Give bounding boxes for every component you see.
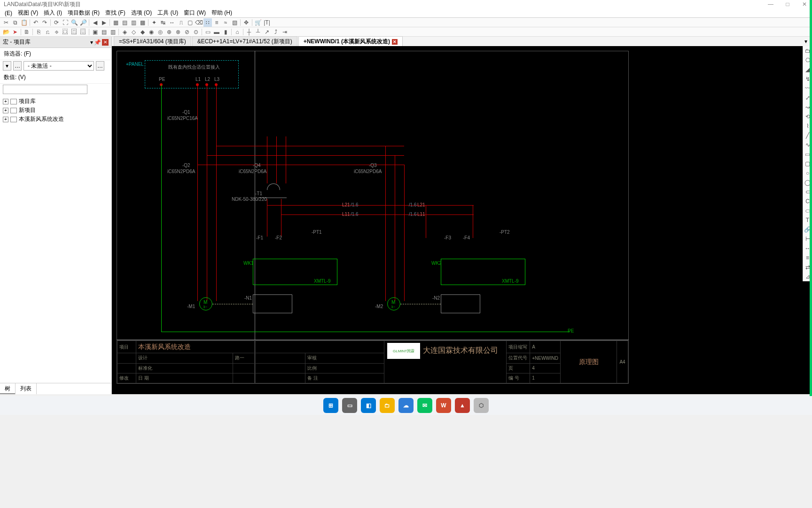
taskbar-explorer[interactable]: 🗀 (380, 398, 395, 413)
tb2-o-icon[interactable]: ◎ (156, 28, 164, 36)
tb-dim-icon[interactable]: ↔ (168, 18, 176, 27)
tb-text-icon[interactable]: |T| (263, 18, 271, 27)
tb-line-icon[interactable]: ≡ (212, 18, 221, 27)
menu-find[interactable]: 查找 (F) (102, 8, 128, 18)
taskbar-wechat[interactable]: ✉ (417, 398, 432, 413)
tb-snap-icon[interactable]: ✦ (150, 18, 158, 27)
menu-options[interactable]: 选项 (O) (128, 8, 155, 18)
taskbar-app-1[interactable]: ◧ (361, 398, 376, 413)
tb2-u-icon[interactable]: ▬ (212, 28, 221, 36)
tb2-p-icon[interactable]: ⊕ (165, 28, 173, 36)
tb2-v-icon[interactable]: ▮ (221, 28, 230, 36)
tb2-i-icon[interactable]: ▤ (100, 28, 108, 36)
tb2-w-icon[interactable]: ⌂ (233, 28, 242, 36)
tb-copy-icon[interactable]: ⧉ (11, 18, 19, 27)
doctab-close-icon[interactable]: ✕ (392, 39, 398, 45)
window-minimize[interactable]: — (767, 1, 774, 8)
doctab-dropdown-icon[interactable]: ▾ (802, 38, 810, 45)
tb2-f-icon[interactable]: ⿵ (70, 28, 78, 36)
doctab-3[interactable]: +NEWWIND/1 (本溪新风系统改造) ✕ (298, 36, 403, 47)
tb-undo-icon[interactable]: ↶ (31, 18, 40, 27)
taskbar-wps[interactable]: W (436, 398, 451, 413)
expand-icon[interactable]: + (3, 99, 8, 104)
menu-projectdata[interactable]: 项目数据 (R) (65, 8, 102, 18)
menu-window[interactable]: 窗口 (W) (181, 8, 209, 18)
filter-prev-button[interactable]: ▾ (3, 61, 11, 71)
tb-more-icon[interactable]: ▧ (230, 18, 239, 27)
tb2-h-icon[interactable]: ▣ (91, 28, 99, 36)
sidebar-dropdown-icon[interactable]: ▾ (90, 39, 93, 46)
sidebar-tab-list[interactable]: 列表 (16, 383, 37, 394)
tb-cart-icon[interactable]: 🛒 (254, 18, 262, 27)
tree-item-benxi[interactable]: + 本溪新风系统改造 (2, 115, 109, 124)
doctab-2[interactable]: &ECD++1A1=LV+71#A11/52 (新项目) (192, 36, 297, 47)
tb-zoomout-icon[interactable]: 🔎 (79, 18, 87, 27)
tb-center-icon[interactable]: ✥ (242, 18, 250, 27)
tb2-m-icon[interactable]: ◆ (138, 28, 147, 36)
tb2-n-icon[interactable]: ◉ (147, 28, 156, 36)
tb2-j-icon[interactable]: ▥ (109, 28, 117, 36)
expand-icon[interactable]: + (3, 117, 8, 122)
tb2-y-icon[interactable]: ┴ (254, 28, 262, 36)
tb-navback-icon[interactable]: ◀ (91, 18, 99, 27)
menu-help[interactable]: 帮助 (H) (209, 8, 235, 18)
tb-grid1-icon[interactable]: ▦ (111, 18, 120, 27)
filter-more-button[interactable]: … (96, 61, 104, 71)
tb2-b-icon[interactable]: ⎘ (34, 28, 43, 36)
tree-item-newproj[interactable]: + 新项目 (2, 106, 109, 115)
menu-edit[interactable]: (E) (2, 9, 15, 17)
tb-del-icon[interactable]: ⌫ (195, 18, 203, 27)
value-input[interactable] (3, 85, 87, 94)
tb-paste-icon[interactable]: 📋 (20, 18, 28, 27)
tb2-d-icon[interactable]: ⎆ (52, 28, 61, 36)
menu-tools[interactable]: 工具 (U) (155, 8, 181, 18)
taskbar-app-2[interactable]: ⬡ (474, 398, 489, 413)
tb2-x-icon[interactable]: ┼ (245, 28, 253, 36)
tb2-t-icon[interactable]: ▭ (203, 28, 212, 36)
tb2-k-icon[interactable]: ◈ (120, 28, 129, 36)
tb2-c-icon[interactable]: ⎌ (43, 28, 52, 36)
tb-grid2-icon[interactable]: ▤ (120, 18, 129, 27)
tree-item-lib[interactable]: + 项目库 (2, 97, 109, 106)
tb2-l-icon[interactable]: ◇ (129, 28, 138, 36)
tb-dot-icon[interactable]: ∷ (203, 18, 212, 27)
sidebar-close-icon[interactable]: ✕ (102, 39, 109, 46)
tb2-s-icon[interactable]: ⊙ (192, 28, 200, 36)
tb2-e-icon[interactable]: ⿴ (61, 28, 70, 36)
window-maximize[interactable]: □ (784, 1, 791, 8)
tb-refresh-icon[interactable]: ⟳ (52, 18, 61, 27)
tb-brk-icon[interactable]: ⎍ (177, 18, 185, 27)
taskbar-start[interactable]: ⊞ (323, 398, 338, 413)
tb-redo-icon[interactable]: ↷ (40, 18, 49, 27)
taskbar-app-cloud[interactable]: ☁ (398, 398, 414, 413)
tb-box-icon[interactable]: ▢ (186, 18, 194, 27)
tb-grid4-icon[interactable]: ▩ (138, 18, 147, 27)
tb-align-icon[interactable]: ↹ (159, 18, 167, 27)
tb2-q-icon[interactable]: ⊗ (174, 28, 182, 36)
tb2-g-icon[interactable]: ⿶ (79, 28, 87, 36)
tb2-za-icon[interactable]: ⤴ (272, 28, 280, 36)
tb2-a-icon[interactable]: 🗎 (23, 28, 31, 36)
tb2-r-icon[interactable]: ⊘ (183, 28, 191, 36)
tb2-zb-icon[interactable]: ⇥ (281, 28, 289, 36)
sidebar-tab-tree[interactable]: 树 (0, 383, 16, 394)
tb2-z-icon[interactable]: ↗ (263, 28, 271, 36)
tb-cut-icon[interactable]: ✂ (2, 18, 10, 27)
tb-zoomfit-icon[interactable]: ⛶ (61, 18, 70, 27)
filter-opts-button[interactable]: … (13, 61, 22, 71)
tb-zoomin-icon[interactable]: 🔍 (70, 18, 78, 27)
window-close[interactable]: ✕ (801, 1, 808, 8)
taskbar-taskview[interactable]: ▭ (342, 398, 357, 413)
doctab-1[interactable]: =SS+F1#A31/604 (项目库) (114, 36, 191, 47)
filter-select[interactable]: - 未激活 - (23, 61, 94, 71)
tb-wave-icon[interactable]: ≈ (221, 18, 230, 27)
menu-view[interactable]: 视图 (V) (15, 8, 41, 18)
menu-insert[interactable]: 插入 (I) (41, 8, 65, 18)
sidebar-pin-icon[interactable]: 📌 (94, 39, 101, 46)
tb-grid3-icon[interactable]: ▥ (129, 18, 138, 27)
taskbar-alert[interactable]: ▲ (455, 398, 470, 413)
expand-icon[interactable]: + (3, 108, 8, 113)
tb-navfwd-icon[interactable]: ▶ (100, 18, 108, 27)
schematic-canvas[interactable]: +PANEL 既有盘内找合适位置接入 PE L1 L2 L3 -Q1 iC65N… (112, 46, 812, 394)
tb2-open-icon[interactable]: 📂 (2, 28, 10, 36)
